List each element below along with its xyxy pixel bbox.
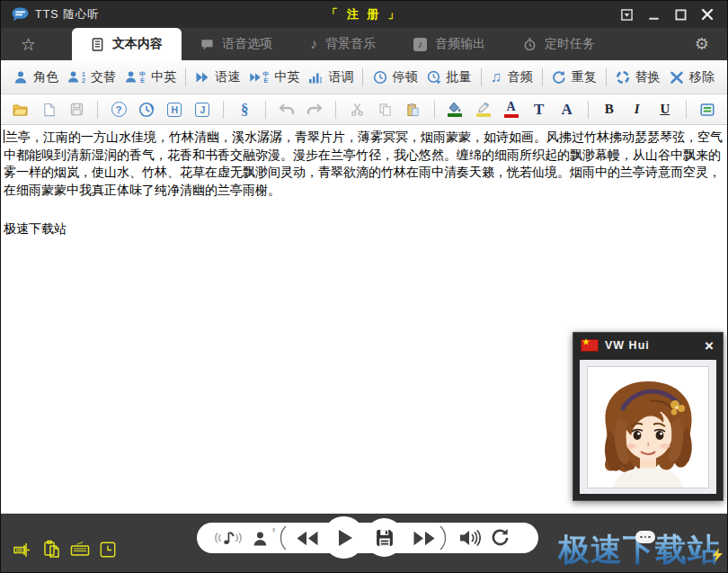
role-cn-en-button[interactable]: 中E 中英 bbox=[125, 69, 176, 85]
tab-scheduled-tasks[interactable]: 定时任务 bbox=[504, 28, 614, 60]
edit-toolbar: ? H J § bbox=[1, 94, 727, 125]
app-logo-icon bbox=[12, 7, 29, 22]
fast-forward-button[interactable] bbox=[413, 531, 436, 546]
help-button[interactable]: ? bbox=[108, 98, 129, 121]
tab-bar: ☆ 文本内容 语音选项 ♪ 背景音乐 ♪ 音频输出 定时任务 bbox=[1, 28, 727, 60]
favorites-star-icon[interactable]: ☆ bbox=[21, 28, 36, 60]
history-button[interactable] bbox=[136, 98, 157, 121]
tab-audio-output[interactable]: ♪ 音频输出 bbox=[395, 28, 504, 60]
document-icon bbox=[91, 38, 104, 51]
font-style-button[interactable]: A bbox=[556, 98, 578, 121]
alternate-button[interactable]: 12 交替 bbox=[67, 69, 116, 85]
underline-button[interactable]: U bbox=[654, 98, 676, 121]
maximize-button[interactable] bbox=[673, 7, 688, 22]
minimize-button[interactable] bbox=[646, 7, 661, 22]
remove-button[interactable]: 移除 bbox=[670, 69, 715, 85]
replace-target-icon bbox=[616, 70, 630, 85]
toolbar-separator bbox=[97, 101, 98, 119]
speed-cn-en-button[interactable]: 中E 中英 bbox=[249, 69, 299, 85]
window-controls bbox=[619, 7, 720, 22]
record-save-button[interactable] bbox=[365, 518, 404, 557]
bottom-bar: ♀ 极速下载站 bbox=[1, 514, 727, 573]
avatar-close-button[interactable]: × bbox=[705, 338, 715, 354]
site-watermark: 极速下载站 bbox=[558, 529, 720, 571]
list-view-button[interactable] bbox=[697, 98, 718, 121]
batch-button[interactable]: 批量 bbox=[427, 69, 472, 85]
editor-watermark-line: 极速下载站 bbox=[4, 220, 724, 238]
tab-background-music[interactable]: ♪ 背景音乐 bbox=[291, 28, 395, 60]
remove-x-icon bbox=[670, 70, 684, 85]
undo-button[interactable] bbox=[276, 98, 297, 121]
avatar-image bbox=[587, 366, 709, 488]
person-cn-en-icon: 中E bbox=[125, 70, 146, 84]
repeat-button[interactable]: 重复 bbox=[552, 69, 597, 85]
repeat-playback-button[interactable] bbox=[491, 528, 510, 547]
save-button[interactable] bbox=[66, 98, 87, 121]
speed-button[interactable]: 语速 bbox=[195, 69, 240, 85]
fill-color-button[interactable] bbox=[444, 98, 466, 121]
tab-label: 文本内容 bbox=[112, 36, 163, 52]
paste-button[interactable] bbox=[402, 98, 423, 121]
tone-button[interactable]: 语调 bbox=[308, 69, 353, 85]
cut-button[interactable] bbox=[346, 98, 368, 121]
open-file-button[interactable] bbox=[10, 98, 31, 121]
highlight-button[interactable] bbox=[472, 98, 493, 121]
audio-output-icon: ♪ bbox=[413, 38, 427, 51]
announce-icon[interactable] bbox=[12, 539, 33, 560]
fill-color-icon bbox=[448, 102, 462, 117]
clipboard-copy-icon[interactable] bbox=[41, 539, 63, 560]
tab-label: 音频输出 bbox=[435, 36, 485, 52]
copy-button[interactable] bbox=[374, 98, 395, 121]
clock-batch-icon bbox=[427, 70, 441, 85]
china-flag-icon: ★ bbox=[582, 340, 598, 351]
avatar-panel-title: VW Hui bbox=[605, 339, 650, 352]
app-window: TTS 随心听 「 注 册 」 ☆ 文本内容 bbox=[0, 0, 728, 573]
toolbar-separator bbox=[335, 101, 336, 119]
watermark-bolt-icon bbox=[713, 533, 724, 569]
tab-label: 语音选项 bbox=[222, 36, 272, 52]
font-color-button[interactable]: A bbox=[501, 98, 522, 121]
replace-button[interactable]: 替换 bbox=[616, 69, 661, 85]
tab-voice-options[interactable]: 语音选项 bbox=[182, 28, 291, 60]
equalizer-bars-icon bbox=[308, 70, 323, 85]
toolbar-separator bbox=[588, 101, 589, 119]
audio-button[interactable]: ♫ 音频 bbox=[491, 69, 533, 85]
avatar-panel: ★ VW Hui × bbox=[573, 332, 724, 501]
role-button[interactable]: 角色 bbox=[13, 69, 58, 85]
voice-person-icon[interactable]: ♀ bbox=[250, 528, 271, 548]
register-link[interactable]: 「 注 册 」 bbox=[326, 6, 402, 22]
bold-button[interactable]: B bbox=[599, 98, 620, 121]
watermark-bubble-icon bbox=[635, 531, 655, 543]
redo-button[interactable] bbox=[304, 98, 325, 121]
close-button[interactable] bbox=[700, 7, 715, 22]
volume-button[interactable] bbox=[459, 529, 481, 547]
pause-button[interactable]: 停顿 bbox=[373, 69, 418, 85]
speech-bubble-icon bbox=[200, 38, 214, 51]
h-tag-button[interactable]: H bbox=[164, 98, 185, 121]
toolbar-separator bbox=[542, 68, 543, 86]
keyboard-icon[interactable] bbox=[69, 539, 91, 560]
music-with-waves-icon[interactable] bbox=[214, 529, 243, 547]
clock-tool-icon[interactable] bbox=[97, 539, 119, 560]
music-note-icon: ♪ bbox=[310, 37, 317, 51]
rollup-button[interactable] bbox=[619, 7, 634, 22]
audio-note-icon: ♫ bbox=[491, 69, 502, 85]
j-tag-button[interactable]: J bbox=[191, 98, 213, 121]
new-document-button[interactable] bbox=[38, 98, 59, 121]
italic-button[interactable]: I bbox=[626, 98, 648, 121]
toolbar-separator bbox=[481, 68, 482, 86]
tab-text-content[interactable]: 文本内容 bbox=[72, 28, 182, 60]
toolbar-separator bbox=[185, 68, 186, 86]
section-button[interactable]: § bbox=[234, 98, 255, 121]
tab-label: 定时任务 bbox=[545, 36, 595, 52]
stopwatch-icon bbox=[523, 38, 537, 51]
fast-forward-cn-en-icon: 中E bbox=[249, 71, 269, 84]
text-caret bbox=[4, 130, 4, 143]
rewind-button[interactable] bbox=[296, 531, 319, 546]
clock-icon bbox=[373, 70, 387, 85]
font-size-button[interactable]: T bbox=[528, 98, 550, 121]
settings-gear-icon[interactable]: ⚙ bbox=[695, 28, 709, 60]
toolbar-separator bbox=[686, 101, 687, 119]
play-button[interactable] bbox=[323, 516, 365, 559]
avatar-panel-titlebar[interactable]: ★ VW Hui × bbox=[573, 333, 723, 358]
